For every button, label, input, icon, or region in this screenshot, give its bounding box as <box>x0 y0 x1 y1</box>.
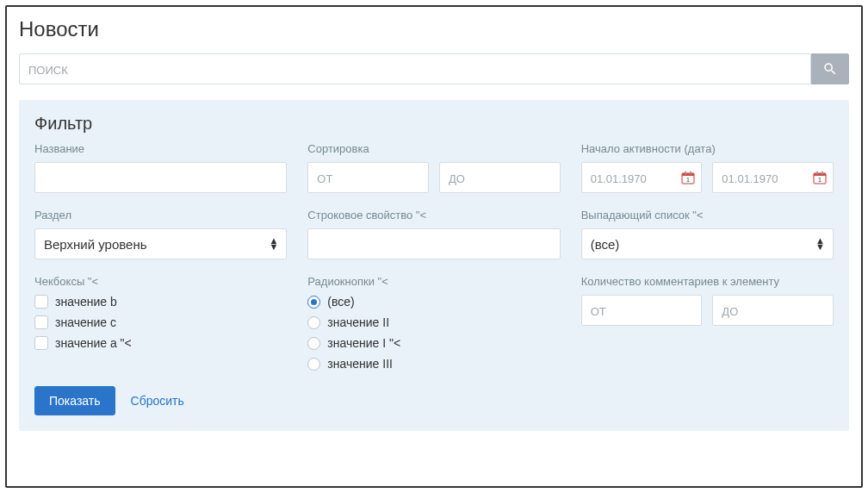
checkbox-item[interactable]: значение a "< <box>34 336 287 350</box>
filter-actions: Показать Сбросить <box>34 386 834 415</box>
col-dropdown: Выпадающий список "< (все) ▲▼ <box>581 209 834 259</box>
checkbox-icon <box>34 295 48 309</box>
checkbox-item[interactable]: значение c <box>34 315 287 329</box>
col-string-prop: Строковое свойство "< <box>307 209 560 259</box>
filter-row-3: Чекбоксы "< значение b значение c значен… <box>34 275 834 371</box>
radio-icon <box>307 358 320 371</box>
radio-label: значение III <box>327 357 393 371</box>
col-name: Название <box>34 142 287 193</box>
radio-item[interactable]: значение III <box>307 357 560 371</box>
comments-to-input[interactable] <box>712 295 834 326</box>
checkbox-label: значение b <box>55 295 117 309</box>
page-title: Новости <box>19 17 849 41</box>
radio-item[interactable]: (все) <box>307 295 560 309</box>
radios-label: Радиокнопки "< <box>307 275 560 288</box>
search-icon <box>822 61 838 77</box>
col-comments: Количество комментариев к элементу <box>581 275 834 326</box>
radio-icon <box>307 316 320 329</box>
col-section: Раздел Верхний уровень ▲▼ <box>34 209 287 259</box>
active-date-label: Начало активности (дата) <box>581 142 834 155</box>
reset-button[interactable]: Сбросить <box>131 394 184 408</box>
radio-icon <box>307 296 320 309</box>
col-checkboxes: Чекбоксы "< значение b значение c значен… <box>34 275 287 350</box>
search-bar <box>19 53 849 84</box>
sort-from-input[interactable] <box>307 162 429 193</box>
search-input[interactable] <box>19 53 811 84</box>
checkbox-label: значение a "< <box>55 336 132 350</box>
dropdown-select[interactable]: (все) <box>581 228 834 259</box>
string-prop-label: Строковое свойство "< <box>307 209 560 222</box>
sort-to-input[interactable] <box>439 162 561 193</box>
filter-panel: Фильтр Название Сортировка Начало активн… <box>19 100 849 431</box>
radio-item[interactable]: значение I "< <box>307 336 560 350</box>
radio-item[interactable]: значение II <box>307 315 560 329</box>
dropdown-label: Выпадающий список "< <box>581 209 834 222</box>
radio-label: (все) <box>327 295 354 309</box>
checkbox-item[interactable]: значение b <box>34 295 287 309</box>
comments-label: Количество комментариев к элементу <box>581 275 834 288</box>
filter-row-2: Раздел Верхний уровень ▲▼ Строковое свой… <box>34 209 834 259</box>
section-label: Раздел <box>34 209 287 222</box>
name-input[interactable] <box>34 162 287 193</box>
comments-from-input[interactable] <box>581 295 703 326</box>
checkbox-icon <box>34 336 48 350</box>
sort-label: Сортировка <box>307 142 560 155</box>
submit-button[interactable]: Показать <box>34 386 115 415</box>
string-prop-input[interactable] <box>307 228 560 259</box>
checkbox-icon <box>34 315 48 329</box>
active-date-from-input[interactable] <box>581 162 703 193</box>
col-sort: Сортировка <box>307 142 560 193</box>
search-button[interactable] <box>811 53 849 84</box>
section-select[interactable]: Верхний уровень <box>34 228 287 259</box>
radio-label: значение II <box>327 315 389 329</box>
filter-row-1: Название Сортировка Начало активности (д… <box>34 142 834 193</box>
radio-icon <box>307 337 320 350</box>
col-active-date: Начало активности (дата) 1 1 <box>581 142 834 193</box>
name-label: Название <box>34 142 287 155</box>
window-frame: Новости Фильтр Название Сортировка Начал… <box>5 5 863 488</box>
checkboxes-label: Чекбоксы "< <box>34 275 287 288</box>
radio-label: значение I "< <box>327 336 400 350</box>
checkbox-label: значение c <box>55 315 116 329</box>
active-date-to-input[interactable] <box>712 162 834 193</box>
filter-title: Фильтр <box>34 114 834 134</box>
col-radios: Радиокнопки "< (все) значение II значени… <box>307 275 560 371</box>
